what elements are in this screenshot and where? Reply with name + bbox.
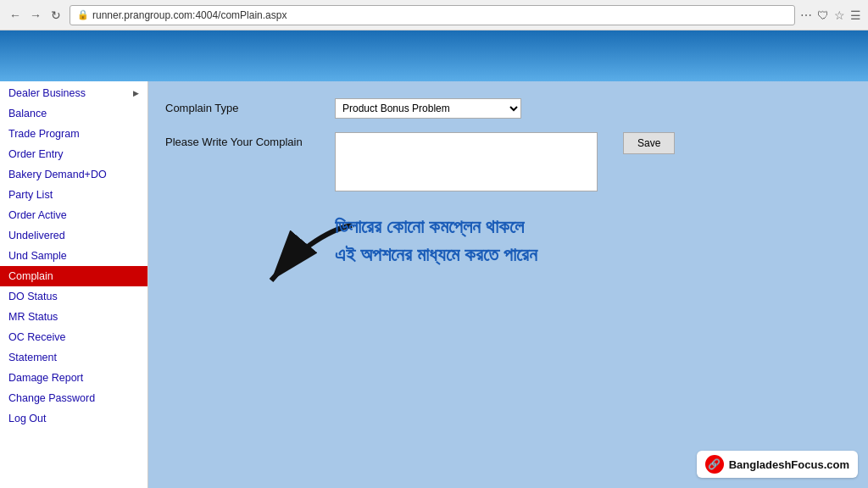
sidebar: Dealer Business Balance Trade Program Or… — [0, 81, 148, 488]
watermark-icon: 🔗 — [705, 455, 724, 474]
address-bar[interactable]: 🔒 runner.prangroup.com:4004/comPlain.asp… — [70, 5, 795, 25]
complain-text-row: Please Write Your Complain Save — [165, 132, 851, 191]
forward-button[interactable]: → — [27, 7, 44, 24]
sidebar-item-trade-program[interactable]: Trade Program — [0, 124, 147, 144]
complain-type-label: Complain Type — [165, 98, 318, 114]
sidebar-item-bakery-demand-do[interactable]: Bakery Demand+DO — [0, 164, 147, 185]
save-button[interactable]: Save — [623, 132, 675, 154]
sidebar-item-change-password[interactable]: Change Password — [0, 388, 147, 408]
watermark-text: BangladeshFocus.com — [729, 458, 849, 471]
url-text: runner.prangroup.com:4004/comPlain.aspx — [92, 9, 287, 21]
complain-textarea[interactable] — [335, 132, 598, 191]
sidebar-item-oc-receive[interactable]: OC Receive — [0, 327, 147, 347]
complain-type-row: Complain Type Product Bonus Problem Deli… — [165, 98, 851, 119]
star-icon[interactable]: ☆ — [834, 8, 845, 22]
sidebar-item-dealer-business[interactable]: Dealer Business — [0, 83, 147, 103]
content-area: Complain Type Product Bonus Problem Deli… — [148, 81, 868, 488]
sidebar-item-log-out[interactable]: Log Out — [0, 408, 147, 429]
more-options-icon[interactable]: ⋯ — [800, 8, 812, 22]
sidebar-item-mr-status[interactable]: MR Status — [0, 307, 147, 327]
nav-buttons: ← → ↻ — [7, 7, 64, 24]
bengali-text: ডিলারের কোনো কমপ্লেন থাকলে এই অপশনের মাধ… — [335, 213, 537, 269]
sidebar-item-complain[interactable]: Complain — [0, 266, 147, 286]
complain-text-label: Please Write Your Complain — [165, 132, 318, 148]
sidebar-item-order-active[interactable]: Order Active — [0, 205, 147, 225]
sidebar-item-damage-report[interactable]: Damage Report — [0, 368, 147, 388]
browser-toolbar: ← → ↻ 🔒 runner.prangroup.com:4004/comPla… — [0, 0, 868, 30]
reading-list-icon: ☰ — [850, 8, 861, 22]
lock-icon: 🔒 — [77, 9, 89, 20]
page-wrapper: Dealer Business Balance Trade Program Or… — [0, 30, 868, 488]
watermark: 🔗 BangladeshFocus.com — [697, 451, 858, 478]
form-section: Complain Type Product Bonus Problem Deli… — [165, 98, 851, 191]
sidebar-item-do-status[interactable]: DO Status — [0, 286, 147, 307]
sidebar-item-balance[interactable]: Balance — [0, 103, 147, 124]
top-header — [0, 30, 868, 81]
sidebar-item-statement[interactable]: Statement — [0, 347, 147, 368]
sidebar-item-undelivered[interactable]: Undelivered — [0, 225, 147, 246]
toolbar-actions: ⋯ 🛡 ☆ ☰ — [800, 8, 861, 22]
sidebar-item-und-sample[interactable]: Und Sample — [0, 246, 147, 266]
browser-window: ← → ↻ 🔒 runner.prangroup.com:4004/comPla… — [0, 0, 868, 488]
reload-button[interactable]: ↻ — [47, 7, 64, 24]
complain-type-select[interactable]: Product Bonus Problem Delivery Problem P… — [335, 98, 521, 119]
shield-icon: 🛡 — [817, 8, 829, 22]
main-layout: Dealer Business Balance Trade Program Or… — [0, 81, 868, 488]
sidebar-item-order-entry[interactable]: Order Entry — [0, 144, 147, 164]
sidebar-item-party-list[interactable]: Party List — [0, 185, 147, 205]
back-button[interactable]: ← — [7, 7, 24, 24]
